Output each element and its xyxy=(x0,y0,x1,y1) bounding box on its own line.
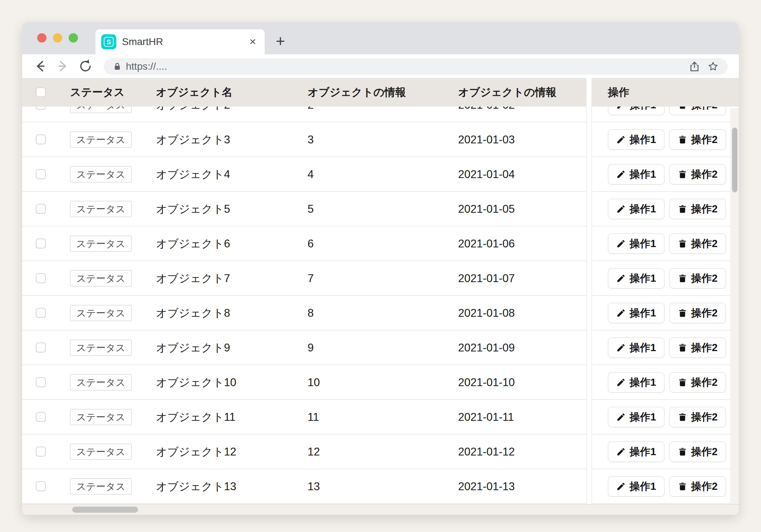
horizontal-scrollbar-thumb[interactable] xyxy=(72,507,138,513)
action1-button[interactable]: 操作1 xyxy=(608,107,664,115)
object-table: ステータス オブジェクト2 2 2021-01-02 操作1 操作2 ステータス… xyxy=(22,78,739,504)
status-chip: ステータス xyxy=(70,166,132,182)
share-icon[interactable] xyxy=(689,61,700,72)
action2-button[interactable]: 操作2 xyxy=(669,303,726,323)
row-checkbox[interactable] xyxy=(36,447,46,458)
status-chip: ステータス xyxy=(70,478,132,494)
action1-button[interactable]: 操作1 xyxy=(608,233,664,254)
reload-button[interactable] xyxy=(77,57,94,75)
url-text[interactable]: https://.... xyxy=(126,58,167,75)
object-info2-cell: 2021-01-11 xyxy=(458,400,514,434)
new-tab-button[interactable]: + xyxy=(270,29,291,54)
column-header-object-info-1[interactable]: オブジェクトの情報 xyxy=(308,78,406,107)
action2-button[interactable]: 操作2 xyxy=(669,372,726,393)
pencil-icon xyxy=(616,169,626,179)
traffic-light-zoom-button[interactable] xyxy=(69,33,78,43)
row-checkbox[interactable] xyxy=(36,273,46,285)
row-checkbox[interactable] xyxy=(36,134,46,146)
column-header-operations: 操作 xyxy=(608,78,629,107)
trash-icon xyxy=(678,239,687,248)
pencil-icon xyxy=(616,447,626,457)
action2-button[interactable]: 操作2 xyxy=(669,476,726,497)
pencil-icon xyxy=(616,482,626,491)
traffic-light-close-button[interactable] xyxy=(37,33,46,43)
row-checkbox[interactable] xyxy=(36,238,46,250)
object-name-cell: オブジェクト10 xyxy=(156,365,236,400)
row-checkbox[interactable] xyxy=(36,204,46,215)
object-info2-cell: 2021-01-05 xyxy=(458,192,515,226)
object-name-cell: オブジェクト4 xyxy=(156,157,230,192)
action1-button[interactable]: 操作1 xyxy=(608,407,664,427)
table-row: ステータス オブジェクト8 8 2021-01-08 操作1 操作2 xyxy=(22,296,739,330)
action1-button[interactable]: 操作1 xyxy=(608,372,664,393)
smarthr-favicon-icon: S xyxy=(101,34,116,49)
row-checkbox[interactable] xyxy=(36,377,46,389)
object-name-cell: オブジェクト2 xyxy=(156,107,230,122)
action1-button[interactable]: 操作1 xyxy=(608,338,664,358)
select-all-checkbox[interactable] xyxy=(36,87,46,99)
object-info2-cell: 2021-01-07 xyxy=(458,261,515,296)
action2-button[interactable]: 操作2 xyxy=(669,164,726,184)
action2-button[interactable]: 操作2 xyxy=(669,338,726,358)
row-checkbox[interactable] xyxy=(36,308,46,319)
tab-close-icon[interactable]: × xyxy=(249,29,256,54)
pencil-icon xyxy=(616,308,626,318)
action2-button[interactable]: 操作2 xyxy=(669,233,726,254)
row-checkbox[interactable] xyxy=(36,412,46,423)
action1-button[interactable]: 操作1 xyxy=(608,268,664,289)
action1-button[interactable]: 操作1 xyxy=(608,199,664,219)
action1-button[interactable]: 操作1 xyxy=(608,303,664,323)
traffic-light-minimize-button[interactable] xyxy=(53,33,62,43)
action1-button[interactable]: 操作1 xyxy=(608,129,664,150)
row-checkbox[interactable] xyxy=(36,343,46,354)
star-icon[interactable] xyxy=(708,61,718,72)
table-row: ステータス オブジェクト13 13 2021-01-13 操作1 操作2 xyxy=(22,469,739,504)
object-info1-cell: 12 xyxy=(308,434,320,469)
object-info2-cell: 2021-01-06 xyxy=(458,226,515,261)
pencil-icon xyxy=(616,274,626,283)
action2-button[interactable]: 操作2 xyxy=(669,107,726,115)
table-row: ステータス オブジェクト10 10 2021-01-10 操作1 操作2 xyxy=(22,365,739,400)
status-chip: ステータス xyxy=(70,305,132,321)
action2-button[interactable]: 操作2 xyxy=(669,442,726,462)
main-region-right-border xyxy=(586,107,587,504)
horizontal-scrollbar-track[interactable] xyxy=(22,504,739,515)
trash-icon xyxy=(678,343,687,353)
action2-button[interactable]: 操作2 xyxy=(669,199,726,219)
row-checkbox[interactable] xyxy=(36,169,46,181)
object-info2-cell: 2021-01-08 xyxy=(458,296,515,330)
vertical-scrollbar-thumb[interactable] xyxy=(732,128,737,192)
trash-icon xyxy=(678,308,687,318)
object-info2-cell: 2021-01-13 xyxy=(458,469,515,504)
forward-button[interactable] xyxy=(54,57,72,75)
row-checkbox[interactable] xyxy=(36,107,46,111)
column-header-object-name[interactable]: オブジェクト名 xyxy=(156,78,232,107)
object-info2-cell: 2021-01-04 xyxy=(458,157,515,192)
browser-tab[interactable]: S SmartHR × xyxy=(95,29,265,54)
status-chip: ステータス xyxy=(70,270,132,286)
table-row: ステータス オブジェクト5 5 2021-01-05 操作1 操作2 xyxy=(22,192,739,226)
status-chip: ステータス xyxy=(70,236,132,252)
object-info1-cell: 8 xyxy=(308,296,314,330)
row-checkbox[interactable] xyxy=(36,481,46,493)
browser-window: S SmartHR × + https://.... xyxy=(22,22,739,515)
column-header-object-info-2[interactable]: オブジェクトの情報 xyxy=(458,78,556,107)
column-header-status[interactable]: ステータス xyxy=(70,78,125,107)
back-button[interactable] xyxy=(31,57,49,75)
object-name-cell: オブジェクト9 xyxy=(156,330,230,365)
navigation-bar: https://.... xyxy=(22,54,739,78)
action1-button[interactable]: 操作1 xyxy=(608,442,664,462)
address-bar[interactable]: https://.... xyxy=(104,58,728,75)
padlock-icon xyxy=(113,62,122,71)
tab-strip: S SmartHR × + xyxy=(22,22,739,54)
action2-button[interactable]: 操作2 xyxy=(669,407,726,427)
table-row: ステータス オブジェクト4 4 2021-01-04 操作1 操作2 xyxy=(22,157,739,192)
action1-button[interactable]: 操作1 xyxy=(608,164,664,184)
action2-button[interactable]: 操作2 xyxy=(669,268,726,289)
table-row-partial: ステータス オブジェクト2 2 2021-01-02 操作1 操作2 xyxy=(22,107,739,122)
trash-icon xyxy=(678,447,687,457)
tab-title: SmartHR xyxy=(122,29,163,54)
action1-button[interactable]: 操作1 xyxy=(608,476,664,497)
pencil-icon xyxy=(616,107,626,110)
action2-button[interactable]: 操作2 xyxy=(669,129,726,150)
